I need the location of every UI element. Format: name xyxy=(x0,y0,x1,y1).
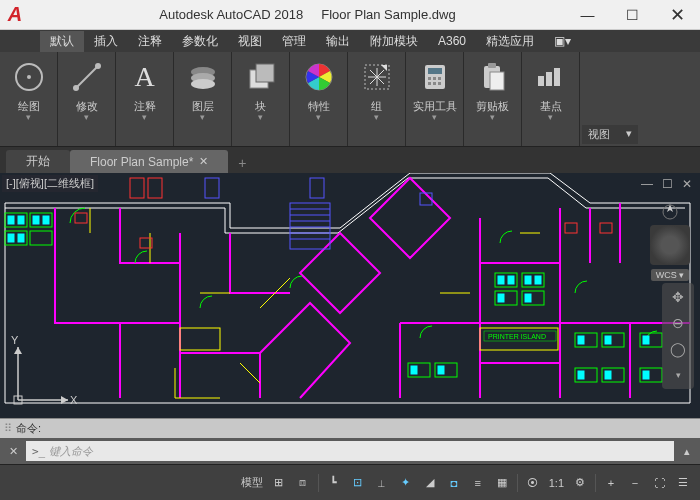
svg-rect-19 xyxy=(433,82,436,85)
svg-rect-71 xyxy=(130,178,144,198)
ribbon-label: 绘图 xyxy=(18,100,40,112)
ribbon-panel-layers[interactable]: 图层▾ xyxy=(174,52,232,146)
svg-marker-87 xyxy=(14,347,22,354)
status-scale[interactable]: 1:1 xyxy=(546,477,567,489)
ribbon-view-dropdown[interactable]: 视图▾ xyxy=(580,52,640,146)
chevron-down-icon: ▾ xyxy=(142,112,147,122)
command-history[interactable]: ⠿ 命令: xyxy=(0,418,700,438)
viewport-maximize-icon[interactable]: ☐ xyxy=(660,177,674,191)
ribbon-panel-properties[interactable]: 特性▾ xyxy=(290,52,348,146)
zoom-out-button[interactable]: − xyxy=(624,472,646,494)
menu-addins[interactable]: 附加模块 xyxy=(360,31,428,52)
tab-home[interactable]: 开始 xyxy=(6,150,70,173)
ucs-icon[interactable]: X Y xyxy=(8,335,78,410)
menu-insert[interactable]: 插入 xyxy=(84,31,128,52)
drawing-canvas[interactable]: PRINTER ISLAND xyxy=(0,173,700,418)
command-input[interactable]: >_ 键入命令 xyxy=(26,441,674,461)
compass-icon[interactable] xyxy=(661,203,679,221)
nav-orbit-icon[interactable]: ◯ xyxy=(668,339,688,359)
status-grid-icon[interactable]: ⊞ xyxy=(268,472,290,494)
svg-rect-53 xyxy=(498,276,504,284)
close-button[interactable]: ✕ xyxy=(655,0,700,30)
close-cmd-icon[interactable]: ✕ xyxy=(4,442,22,460)
viewport-close-icon[interactable]: ✕ xyxy=(680,177,694,191)
ribbon-label: 剪贴板 xyxy=(476,100,509,112)
svg-rect-23 xyxy=(490,72,504,90)
svg-rect-14 xyxy=(428,68,442,74)
viewport-minimize-icon[interactable]: — xyxy=(640,177,654,191)
status-infer-icon[interactable]: ┗ xyxy=(323,472,345,494)
viewport-label[interactable]: [-][俯视][二维线框] xyxy=(2,175,98,192)
separator xyxy=(318,474,319,492)
menu-annotate[interactable]: 注释 xyxy=(128,31,172,52)
status-gear-icon[interactable]: ⚙ xyxy=(569,472,591,494)
status-iso-icon[interactable]: ◢ xyxy=(419,472,441,494)
file-name: Floor Plan Sample.dwg xyxy=(321,7,455,22)
status-annoscale-icon[interactable]: ⦿ xyxy=(522,472,544,494)
viewcube[interactable] xyxy=(650,225,690,265)
svg-rect-22 xyxy=(488,63,496,68)
menu-featured[interactable]: 精选应用 xyxy=(476,31,544,52)
tab-add-button[interactable]: + xyxy=(232,153,252,173)
status-workspace-icon[interactable]: ⛶ xyxy=(648,472,670,494)
status-polar-icon[interactable]: ✦ xyxy=(395,472,417,494)
ribbon-panel-modify[interactable]: 修改▾ xyxy=(58,52,116,146)
block-icon xyxy=(242,58,280,96)
tab-label: Floor Plan Sample* xyxy=(90,155,193,169)
menu-expand-icon[interactable]: ▣▾ xyxy=(544,32,581,50)
nav-chevron-icon[interactable]: ▾ xyxy=(668,365,688,385)
ribbon-panel-group[interactable]: 组▾ xyxy=(348,52,406,146)
maximize-button[interactable]: ☐ xyxy=(610,0,655,30)
chevron-down-icon: ▾ xyxy=(200,112,205,122)
minimize-button[interactable]: — xyxy=(565,0,610,30)
svg-rect-25 xyxy=(546,72,552,86)
menu-parametric[interactable]: 参数化 xyxy=(172,31,228,52)
status-customize-icon[interactable]: ☰ xyxy=(672,472,694,494)
menu-view[interactable]: 视图 xyxy=(228,31,272,52)
ribbon-panel-base[interactable]: 基点▾ xyxy=(522,52,580,146)
svg-line-2 xyxy=(76,66,98,88)
status-ortho-icon[interactable]: ⟂ xyxy=(371,472,393,494)
ribbon-panel-utilities[interactable]: 实用工具▾ xyxy=(406,52,464,146)
window-controls: — ☐ ✕ xyxy=(565,0,700,30)
status-dynamic-icon[interactable]: ⊡ xyxy=(347,472,369,494)
prompt-icon: >_ xyxy=(32,445,45,458)
zoom-in-button[interactable]: + xyxy=(600,472,622,494)
svg-rect-73 xyxy=(290,203,330,249)
group-icon xyxy=(358,58,396,96)
svg-rect-18 xyxy=(428,82,431,85)
ribbon-label: 实用工具 xyxy=(413,100,457,112)
properties-icon xyxy=(300,58,338,96)
recent-cmd-icon[interactable]: ▴ xyxy=(678,442,696,460)
ribbon-panel-block[interactable]: 块▾ xyxy=(232,52,290,146)
svg-marker-85 xyxy=(61,396,68,404)
menu-default[interactable]: 默认 xyxy=(40,31,84,52)
menu-a360[interactable]: A360 xyxy=(428,32,476,50)
tab-close-icon[interactable]: ✕ xyxy=(199,155,208,168)
svg-rect-47 xyxy=(8,216,14,224)
ribbon-panel-clipboard[interactable]: 剪贴板▾ xyxy=(464,52,522,146)
status-model[interactable]: 模型 xyxy=(238,475,266,490)
svg-rect-80 xyxy=(205,178,219,198)
tab-active-document[interactable]: Floor Plan Sample* ✕ xyxy=(70,150,228,173)
ribbon-panel-draw[interactable]: 绘图▾ xyxy=(0,52,58,146)
wcs-badge[interactable]: WCS ▾ xyxy=(651,269,690,281)
app-logo[interactable]: A xyxy=(0,0,30,30)
nav-zoom-icon[interactable]: ⊖ xyxy=(668,313,688,333)
svg-text:X: X xyxy=(70,394,78,406)
drawing-area[interactable]: [-][俯视][二维线框] — ☐ ✕ WCS ▾ ✥ ⊖ ◯ ▾ xyxy=(0,173,700,418)
ribbon-view-label: 视图 xyxy=(588,127,610,142)
menu-manage[interactable]: 管理 xyxy=(272,31,316,52)
grip-icon[interactable]: ⠿ xyxy=(4,422,12,435)
svg-rect-69 xyxy=(565,223,577,233)
status-transparency-icon[interactable]: ▦ xyxy=(491,472,513,494)
svg-rect-60 xyxy=(605,336,611,344)
status-lineweight-icon[interactable]: ≡ xyxy=(467,472,489,494)
status-snap-icon[interactable]: ⧈ xyxy=(292,472,314,494)
ribbon-panel-annotate[interactable]: A 注释▾ xyxy=(116,52,174,146)
title-bar: A Autodesk AutoCAD 2018 Floor Plan Sampl… xyxy=(0,0,700,30)
status-osnap-icon[interactable]: ◘ xyxy=(443,472,465,494)
nav-pan-icon[interactable]: ✥ xyxy=(668,287,688,307)
svg-rect-66 xyxy=(438,366,444,374)
menu-output[interactable]: 输出 xyxy=(316,31,360,52)
